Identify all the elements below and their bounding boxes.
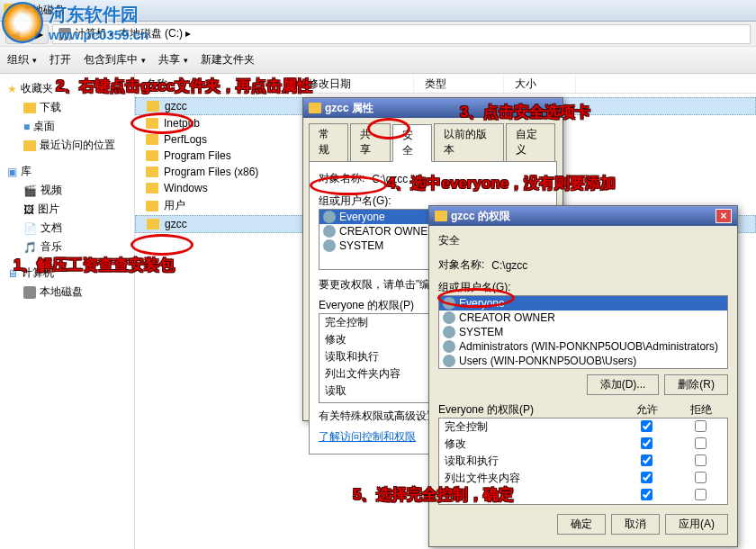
folder-icon <box>147 219 159 230</box>
close-button[interactable]: × <box>716 209 732 223</box>
col-date[interactable]: 修改日期 <box>297 74 414 93</box>
section-label: 安全 <box>438 233 728 248</box>
perm-row: 读取和执行 <box>439 453 727 470</box>
sidebar-computer[interactable]: 🖥计算机 <box>0 264 134 283</box>
perm-row: 完全控制 <box>439 418 727 436</box>
object-label: 对象名称: <box>438 257 484 273</box>
deny-checkbox[interactable] <box>695 454 706 466</box>
allow-checkbox[interactable] <box>641 420 652 432</box>
desktop-icon: ■ <box>23 121 30 133</box>
sidebar: ★收藏夹 下载 ■桌面 最近访问的位置 ▣库 🎬视频 🖼图片 📄文档 🎵音乐 🖥… <box>0 74 135 549</box>
video-icon: 🎬 <box>23 184 37 197</box>
tab-security[interactable]: 安全 <box>392 124 432 162</box>
perm-title: Everyone 的权限(P) <box>438 402 620 418</box>
list-item[interactable]: Everyone <box>439 296 727 310</box>
user-icon <box>323 211 336 223</box>
share-menu[interactable]: 共享 <box>158 52 188 68</box>
document-icon: 📄 <box>23 222 37 235</box>
help-link[interactable]: 了解访问控制和权限 <box>319 430 416 443</box>
add-button[interactable]: 添加(D)... <box>587 374 660 395</box>
star-icon: ★ <box>7 83 17 95</box>
allow-checkbox[interactable] <box>641 454 652 466</box>
permissions-table: 完全控制 修改 读取和执行 列出文件夹内容 读取 <box>439 418 727 504</box>
library-icon: ▣ <box>7 166 17 178</box>
open-button[interactable]: 打开 <box>50 52 71 68</box>
perm-row: 读取 <box>439 487 727 504</box>
site-name: 河东软件园 <box>49 3 148 27</box>
apply-button[interactable]: 应用(A) <box>665 514 728 535</box>
allow-checkbox[interactable] <box>641 489 652 500</box>
folder-icon <box>435 211 447 221</box>
allow-checkbox[interactable] <box>641 472 652 483</box>
tab-general[interactable]: 常规 <box>309 123 348 161</box>
perm-title: Everyone 的权限(P) <box>319 298 414 313</box>
deny-checkbox[interactable] <box>695 489 706 500</box>
remove-button[interactable]: 删除(R) <box>664 374 728 395</box>
picture-icon: 🖼 <box>23 203 34 216</box>
folder-icon <box>146 134 158 145</box>
deny-header: 拒绝 <box>674 402 728 418</box>
dialog-title: gzcc 的权限 <box>451 209 510 224</box>
folder-icon <box>23 103 36 113</box>
folder-icon <box>146 150 158 161</box>
deny-checkbox[interactable] <box>695 437 706 449</box>
list-item[interactable]: Users (WIN-PONKNP5OUOB\Users) <box>439 354 727 368</box>
deny-checkbox[interactable] <box>695 420 706 432</box>
sidebar-item-desktop[interactable]: ■桌面 <box>0 117 134 136</box>
tab-versions[interactable]: 以前的版本 <box>434 123 504 161</box>
toolbar: 组织 打开 包含到库中 共享 新建文件夹 <box>0 47 756 74</box>
sidebar-item-video[interactable]: 🎬视频 <box>0 181 134 200</box>
music-icon: 🎵 <box>23 241 37 254</box>
sidebar-item-drive[interactable]: 本地磁盘 <box>0 283 134 302</box>
folder-icon <box>23 140 36 151</box>
col-type[interactable]: 类型 <box>414 74 504 93</box>
list-item[interactable]: Administrators (WIN-PONKNP5OUOB\Administ… <box>439 339 727 354</box>
list-item[interactable]: SYSTEM <box>439 325 727 339</box>
tab-sharing[interactable]: 共享 <box>350 123 390 161</box>
dialog-titlebar: gzcc 属性 <box>303 98 562 118</box>
tabs: 常规 共享 安全 以前的版本 自定义 <box>309 123 557 161</box>
sidebar-libraries[interactable]: ▣库 <box>0 162 134 181</box>
sidebar-item-recent[interactable]: 最近访问的位置 <box>0 136 134 155</box>
sidebar-item-downloads[interactable]: 下载 <box>0 98 134 117</box>
include-menu[interactable]: 包含到库中 <box>84 52 146 68</box>
folder-icon <box>147 101 159 112</box>
permissions-dialog: gzcc 的权限 × 安全 对象名称: C:\gzcc 组或用户名(G): Ev… <box>428 205 738 547</box>
folder-icon <box>309 103 321 113</box>
newfolder-button[interactable]: 新建文件夹 <box>201 52 255 68</box>
dialog-titlebar: gzcc 的权限 × <box>429 206 737 226</box>
allow-checkbox[interactable] <box>641 437 652 449</box>
object-label: 对象名称: <box>319 171 364 186</box>
sidebar-item-documents[interactable]: 📄文档 <box>0 219 134 238</box>
user-listbox[interactable]: Everyone CREATOR OWNER SYSTEM Administra… <box>438 295 728 369</box>
folder-icon <box>146 183 158 194</box>
list-item[interactable]: CREATOR OWNER <box>439 310 727 325</box>
group-label: 组或用户名(G): <box>438 280 728 295</box>
user-icon <box>443 340 455 353</box>
col-name[interactable]: 名称 <box>135 74 297 93</box>
deny-checkbox[interactable] <box>695 472 706 483</box>
user-icon <box>443 326 455 338</box>
user-icon <box>323 239 336 252</box>
folder-icon <box>146 201 158 212</box>
drive-icon <box>23 286 36 299</box>
watermark: 河东软件园 www.pc0359.cn <box>2 2 148 43</box>
col-size[interactable]: 大小 <box>504 74 576 93</box>
cancel-button[interactable]: 取消 <box>611 514 660 535</box>
sidebar-item-pictures[interactable]: 🖼图片 <box>0 200 134 219</box>
computer-icon: 🖥 <box>7 267 18 280</box>
organize-menu[interactable]: 组织 <box>7 52 37 68</box>
folder-icon <box>146 118 158 129</box>
folder-icon <box>146 166 158 177</box>
tab-custom[interactable]: 自定义 <box>506 123 555 161</box>
object-value: C:\gzcc <box>372 173 408 185</box>
object-value: C:\gzcc <box>491 259 527 272</box>
address-bar[interactable]: 计算机 ▸ 本地磁盘 (C:) ▸ <box>52 24 751 44</box>
ok-button[interactable]: 确定 <box>557 514 606 535</box>
sidebar-favorites[interactable]: ★收藏夹 <box>0 79 134 98</box>
site-logo <box>2 2 43 43</box>
user-icon <box>443 355 455 367</box>
user-icon <box>443 311 455 324</box>
sidebar-item-music[interactable]: 🎵音乐 <box>0 238 134 256</box>
perm-row: 修改 <box>439 436 727 453</box>
